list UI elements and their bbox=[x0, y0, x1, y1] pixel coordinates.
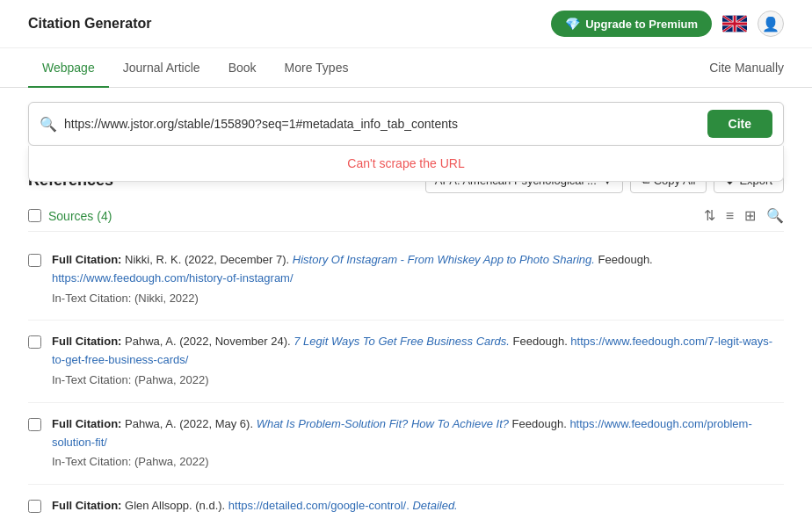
citation-item: Full Citation: Nikki, R. K. (2022, Decem… bbox=[28, 239, 784, 321]
filter-icon[interactable]: ≡ bbox=[726, 208, 734, 224]
citation-checkbox[interactable] bbox=[28, 335, 41, 349]
sort-icon[interactable]: ⇅ bbox=[704, 207, 715, 224]
citation-authors: Glen Allsopp. (n.d.). bbox=[125, 499, 228, 512]
full-citation-label: Full Citation: bbox=[52, 499, 121, 512]
citation-url[interactable]: https://www.feedough.com/history-of-inst… bbox=[52, 271, 294, 285]
tab-more-types[interactable]: More Types bbox=[271, 48, 363, 87]
search-dropdown: Can't scrape the URL bbox=[28, 146, 784, 182]
citation-publisher: Feedough. bbox=[512, 417, 570, 430]
full-citation-label: Full Citation: bbox=[52, 335, 121, 348]
full-citation-label: Full Citation: bbox=[52, 253, 121, 266]
citation-list: Full Citation: Nikki, R. K. (2022, Decem… bbox=[28, 239, 784, 519]
user-icon-button[interactable]: 👤 bbox=[758, 11, 784, 37]
search-citations-icon[interactable]: 🔍 bbox=[766, 207, 784, 224]
sources-right: ⇅ ≡ ⊞ 🔍 bbox=[704, 207, 784, 224]
citation-intext: In-Text Citation: (Pahwa, 2022) bbox=[52, 371, 784, 390]
citation-checkbox[interactable] bbox=[28, 500, 41, 513]
app-title: Citation Generator bbox=[28, 16, 151, 32]
cite-manually-link[interactable]: Cite Manually bbox=[709, 48, 784, 87]
error-message: Can't scrape the URL bbox=[347, 156, 464, 170]
tab-journal-article[interactable]: Journal Article bbox=[109, 48, 214, 87]
search-box: 🔍 Cite bbox=[28, 102, 784, 146]
citation-checkbox[interactable] bbox=[28, 418, 41, 431]
citation-checkbox[interactable] bbox=[28, 254, 41, 267]
cite-button[interactable]: Cite bbox=[707, 110, 772, 138]
header: Citation Generator 💎 Upgrade to Premium … bbox=[0, 0, 812, 48]
user-icon: 👤 bbox=[762, 16, 779, 32]
search-icon: 🔍 bbox=[40, 116, 57, 133]
citation-authors: Pahwa, A. (2022, May 6). bbox=[125, 417, 257, 430]
select-all-checkbox[interactable] bbox=[28, 209, 41, 222]
language-flag[interactable] bbox=[722, 15, 747, 32]
citation-title: What Is Problem-Solution Fit? How To Ach… bbox=[257, 417, 509, 430]
citation-item: Full Citation: Glen Allsopp. (n.d.). htt… bbox=[28, 485, 784, 519]
sources-label: Sources (4) bbox=[48, 209, 112, 223]
sources-left: Sources (4) bbox=[28, 209, 112, 223]
citation-publisher: Feedough. bbox=[598, 253, 653, 266]
citation-content: Full Citation: Glen Allsopp. (n.d.). htt… bbox=[52, 497, 784, 519]
citation-item: Full Citation: Pahwa, A. (2022, November… bbox=[28, 321, 784, 402]
citation-publisher: Detailed. bbox=[412, 499, 457, 512]
citation-content: Full Citation: Pahwa, A. (2022, May 6). … bbox=[52, 415, 784, 472]
citation-authors: Pahwa, A. (2022, November 24). bbox=[125, 335, 294, 348]
citation-item: Full Citation: Pahwa, A. (2022, May 6). … bbox=[28, 403, 784, 485]
citation-intext: In-Text Citation: (Nikki, 2022) bbox=[52, 290, 784, 308]
citation-authors: Nikki, R. K. (2022, December 7). bbox=[125, 253, 293, 266]
citation-url[interactable]: https://detailed.com/google-control/. bbox=[228, 499, 410, 512]
citation-content: Full Citation: Pahwa, A. (2022, November… bbox=[52, 333, 784, 389]
citation-title: 7 Legit Ways To Get Free Business Cards. bbox=[294, 335, 510, 348]
citation-content: Full Citation: Nikki, R. K. (2022, Decem… bbox=[52, 251, 784, 307]
sources-row: Sources (4) ⇅ ≡ ⊞ 🔍 bbox=[28, 200, 784, 232]
header-right: 💎 Upgrade to Premium 👤 bbox=[551, 11, 784, 37]
search-input[interactable] bbox=[64, 117, 700, 131]
citation-title: History Of Instagram - From Whiskey App … bbox=[293, 253, 595, 266]
references-section: References APA: American Psychological .… bbox=[28, 167, 784, 519]
upgrade-label: Upgrade to Premium bbox=[585, 18, 698, 31]
tab-webpage[interactable]: Webpage bbox=[28, 48, 109, 87]
nav-tabs: Webpage Journal Article Book More Types … bbox=[0, 48, 812, 88]
full-citation-label: Full Citation: bbox=[52, 417, 121, 430]
diamond-icon: 💎 bbox=[565, 17, 580, 31]
upgrade-button[interactable]: 💎 Upgrade to Premium bbox=[551, 11, 712, 37]
citation-intext: In-Text Citation: (Pahwa, 2022) bbox=[52, 453, 784, 472]
grid-icon[interactable]: ⊞ bbox=[744, 207, 756, 224]
tab-book[interactable]: Book bbox=[214, 48, 271, 87]
search-container: 🔍 Cite Can't scrape the URL bbox=[28, 102, 784, 146]
citation-publisher: Feedough. bbox=[513, 335, 571, 348]
